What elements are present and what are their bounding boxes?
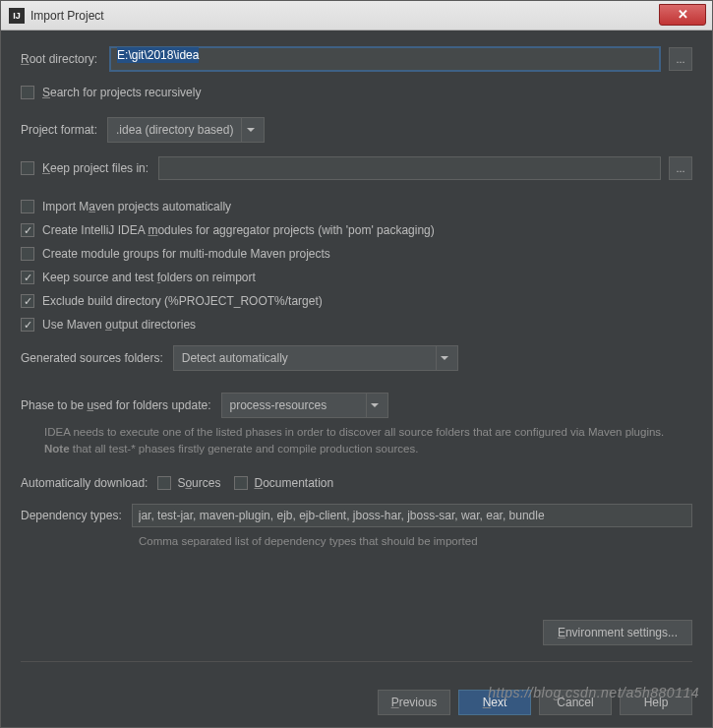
create-groups-row[interactable]: Create module groups for multi-module Ma… bbox=[21, 247, 692, 261]
dep-types-label: Dependency types: bbox=[21, 509, 122, 522]
create-modules-checkbox[interactable] bbox=[21, 223, 34, 237]
use-maven-out-label: Use Maven output directories bbox=[42, 318, 196, 332]
chevron-down-icon bbox=[436, 346, 453, 370]
cancel-button[interactable]: Cancel bbox=[539, 690, 612, 715]
next-button[interactable]: Next bbox=[458, 690, 531, 715]
root-directory-row: Root directory: E:\git\2018\idea ... bbox=[21, 46, 692, 72]
phase-hint: IDEA needs to execute one of the listed … bbox=[44, 424, 692, 458]
docs-checkbox[interactable] bbox=[234, 476, 248, 490]
dep-types-row: Dependency types: bbox=[21, 504, 692, 527]
env-settings-row: Environment settings... bbox=[21, 620, 692, 645]
project-format-label: Project format: bbox=[21, 123, 97, 137]
gen-sources-select[interactable]: Detect automatically bbox=[173, 345, 458, 371]
sources-label: Sources bbox=[177, 476, 220, 490]
exclude-build-row[interactable]: Exclude build directory (%PROJECT_ROOT%/… bbox=[21, 294, 692, 308]
app-icon: IJ bbox=[9, 8, 25, 24]
root-directory-label: Root directory: bbox=[21, 52, 97, 66]
exclude-build-checkbox[interactable] bbox=[21, 294, 34, 308]
gen-sources-value: Detect automatically bbox=[182, 351, 428, 365]
previous-button[interactable]: Previous bbox=[378, 690, 450, 715]
keep-source-row[interactable]: Keep source and test folders on reimport bbox=[21, 271, 692, 284]
phase-value: process-resources bbox=[230, 398, 358, 412]
project-format-value: .idea (directory based) bbox=[116, 123, 233, 137]
keep-files-label: Keep project files in: bbox=[42, 161, 149, 175]
auto-download-row: Automatically download: Sources Document… bbox=[21, 476, 692, 490]
keep-source-checkbox[interactable] bbox=[21, 271, 34, 284]
gen-sources-row: Generated sources folders: Detect automa… bbox=[21, 345, 692, 371]
use-maven-out-row[interactable]: Use Maven output directories bbox=[21, 318, 692, 332]
project-format-select[interactable]: .idea (directory based) bbox=[107, 117, 265, 143]
chevron-down-icon bbox=[366, 394, 384, 417]
import-auto-label: Import Maven projects automatically bbox=[42, 200, 231, 213]
browse-keep-files-button[interactable]: ... bbox=[669, 156, 692, 180]
dep-types-hint: Comma separated list of dependency types… bbox=[139, 533, 692, 550]
exclude-build-label: Exclude build directory (%PROJECT_ROOT%/… bbox=[42, 294, 323, 308]
browse-root-button[interactable]: ... bbox=[669, 47, 692, 71]
gen-sources-label: Generated sources folders: bbox=[21, 351, 163, 365]
keep-files-checkbox[interactable] bbox=[21, 161, 34, 175]
import-auto-row[interactable]: Import Maven projects automatically bbox=[21, 200, 692, 213]
titlebar: IJ Import Project ✕ bbox=[1, 1, 712, 30]
create-groups-checkbox[interactable] bbox=[21, 247, 34, 261]
dialog-content: Root directory: E:\git\2018\idea ... Sea… bbox=[1, 30, 712, 727]
close-button[interactable]: ✕ bbox=[659, 4, 706, 26]
sources-checkbox[interactable] bbox=[157, 476, 171, 490]
create-modules-label: Create IntelliJ IDEA modules for aggrega… bbox=[42, 223, 435, 237]
use-maven-out-checkbox[interactable] bbox=[21, 318, 34, 332]
close-icon: ✕ bbox=[678, 7, 688, 22]
dep-types-input[interactable] bbox=[132, 504, 692, 527]
help-button[interactable]: Help bbox=[620, 690, 692, 715]
root-directory-input[interactable]: E:\git\2018\idea bbox=[109, 46, 661, 72]
env-settings-button[interactable]: Environment settings... bbox=[543, 620, 692, 645]
keep-source-label: Keep source and test folders on reimport bbox=[42, 271, 256, 284]
phase-select[interactable]: process-resources bbox=[221, 393, 388, 418]
docs-label: Documentation bbox=[254, 476, 333, 490]
keep-files-input[interactable] bbox=[158, 156, 661, 180]
search-recursively-row[interactable]: Search for projects recursively bbox=[21, 86, 692, 99]
keep-files-row: Keep project files in: ... bbox=[21, 156, 692, 180]
auto-download-label: Automatically download: bbox=[21, 476, 148, 490]
create-groups-label: Create module groups for multi-module Ma… bbox=[42, 247, 330, 261]
create-modules-row[interactable]: Create IntelliJ IDEA modules for aggrega… bbox=[21, 223, 692, 237]
import-auto-checkbox[interactable] bbox=[21, 200, 34, 213]
chevron-down-icon bbox=[241, 118, 259, 142]
phase-row: Phase to be used for folders update: pro… bbox=[21, 393, 692, 418]
search-recursively-label: Search for projects recursively bbox=[42, 86, 201, 99]
search-recursively-checkbox[interactable] bbox=[21, 86, 34, 99]
window-title: Import Project bbox=[30, 9, 659, 23]
phase-label: Phase to be used for folders update: bbox=[21, 398, 211, 412]
project-format-row: Project format: .idea (directory based) bbox=[21, 117, 692, 143]
button-bar: Previous Next Cancel Help bbox=[21, 661, 692, 715]
import-project-dialog: IJ Import Project ✕ Root directory: E:\g… bbox=[0, 0, 713, 728]
